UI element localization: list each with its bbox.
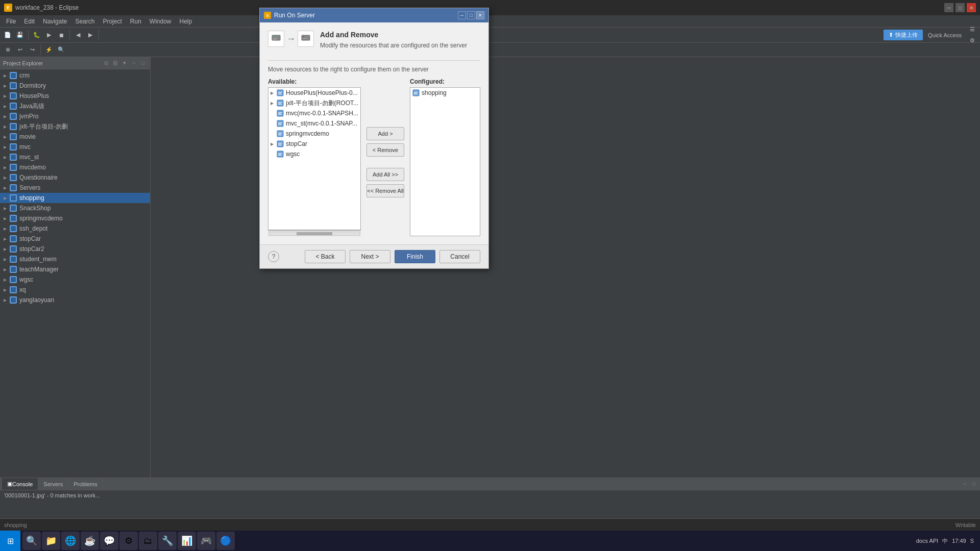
dialog-maximize-button[interactable]: □	[467, 11, 475, 19]
tree-item-jvmpro[interactable]: ▶jvmPro	[0, 111, 150, 121]
menu-run[interactable]: Run	[126, 15, 145, 27]
available-list[interactable]: ▶HousePlus(HousePlus-0...▶jxlt-平台项目-勿删(R…	[268, 87, 361, 230]
bottom-panel-minimize[interactable]: ─	[961, 480, 969, 488]
tree-item-servers[interactable]: ▶Servers	[0, 183, 150, 193]
taskbar-chrome[interactable]: 🌐	[61, 532, 80, 550]
menu-navigate[interactable]: Navigate	[39, 15, 71, 27]
stop-button[interactable]: ⏹	[56, 30, 67, 41]
collapse-all-button[interactable]: ⊟	[102, 59, 110, 67]
taskbar-browser2[interactable]: 🔵	[216, 532, 235, 550]
panel-menu-button[interactable]: ▼	[120, 59, 129, 67]
finish-button[interactable]: Finish	[395, 250, 435, 263]
panel-minimize-button[interactable]: ─	[130, 59, 138, 67]
configured-item[interactable]: shopping	[410, 88, 480, 98]
scrollbar-track[interactable]	[269, 232, 360, 236]
debug-button[interactable]: 🐛	[31, 30, 42, 41]
tree-item-xq[interactable]: ▶xq	[0, 285, 150, 295]
available-item[interactable]: ▶stopCar	[268, 139, 360, 149]
tree-item-mvc-st[interactable]: ▶mvc_st	[0, 152, 150, 162]
tree-item-jxlt--------[interactable]: ▶jxlt-平台项目-勿删	[0, 121, 150, 132]
available-item[interactable]: ▶jxlt-平台项目-勿删(ROOT...	[268, 98, 360, 108]
available-item[interactable]: mvc(mvc-0.0.1-SNAPSH...	[268, 108, 360, 118]
toolbar2-btn1[interactable]: ⊕	[2, 44, 13, 56]
taskbar-tool3[interactable]: 🎮	[197, 532, 215, 550]
remove-all-button[interactable]: << Remove All	[366, 184, 404, 197]
help-button[interactable]: ?	[268, 251, 279, 262]
toolbar2-btn3[interactable]: ↪	[27, 44, 38, 56]
tree-item-ssh-depot[interactable]: ▶ssh_depot	[0, 223, 150, 234]
taskbar-search[interactable]: 🔍	[22, 532, 41, 550]
tree-item-teachmanager[interactable]: ▶teachManager	[0, 264, 150, 274]
taskbar-tool2[interactable]: 📊	[178, 532, 196, 550]
taskbar-eclipse[interactable]: ☕	[81, 532, 99, 550]
tree-item-student-mem[interactable]: ▶student_mem	[0, 254, 150, 264]
taskbar-settings[interactable]: ⚙	[119, 532, 138, 550]
configured-list[interactable]: shopping	[410, 87, 480, 236]
cancel-button[interactable]: Cancel	[439, 250, 480, 263]
tree-item-shopping[interactable]: ▶shopping	[0, 193, 150, 203]
taskbar-tool1[interactable]: 🔧	[158, 532, 177, 550]
dialog-close-button[interactable]: ✕	[476, 11, 484, 19]
tab-servers[interactable]: Servers	[38, 478, 68, 490]
tree-item-movie[interactable]: ▶movie	[0, 132, 150, 142]
taskbar-file-explorer[interactable]: 📁	[42, 532, 60, 550]
save-button[interactable]: 💾	[14, 30, 26, 41]
run-button[interactable]: ▶	[43, 30, 55, 41]
perspective-debug[interactable]: ⚙	[967, 35, 978, 46]
toolbar2-btn5[interactable]: 🔍	[56, 44, 67, 56]
tree-item-label: springmvcdemo	[19, 215, 63, 222]
quick-upload-button[interactable]: ⬆ 快捷上传	[884, 30, 923, 40]
back-button[interactable]: ◀	[72, 30, 84, 41]
forward-button[interactable]: ▶	[85, 30, 96, 41]
tree-item-arrow: ▶	[2, 164, 8, 170]
tree-item-wgsc[interactable]: ▶wgsc	[0, 274, 150, 285]
tree-item-label: movie	[19, 133, 36, 140]
minimize-button[interactable]: ─	[944, 3, 953, 12]
available-item[interactable]: ▶HousePlus(HousePlus-0...	[268, 88, 360, 98]
taskbar-files[interactable]: 🗂	[139, 532, 157, 550]
link-button[interactable]: ⛓	[111, 59, 119, 67]
bottom-panel-maximize[interactable]: □	[970, 480, 978, 488]
back-button[interactable]: < Back	[305, 250, 346, 263]
tab-problems[interactable]: Problems	[68, 478, 103, 490]
dialog-icon: S	[264, 12, 271, 19]
dialog-minimize-button[interactable]: ─	[458, 11, 466, 19]
menu-search[interactable]: Search	[71, 15, 99, 27]
available-scrollbar[interactable]	[268, 230, 361, 236]
tree-item-dormitory[interactable]: ▶Dormitory	[0, 81, 150, 91]
tree-item-springmvcdemo[interactable]: ▶springmvcdemo	[0, 213, 150, 223]
tree-item-yanglaoyuan[interactable]: ▶yanglaoyuan	[0, 295, 150, 305]
add-all-button[interactable]: Add All >>	[366, 168, 404, 181]
tree-item-crm[interactable]: ▶crm	[0, 70, 150, 81]
tree-item-mvc[interactable]: ▶mvc	[0, 142, 150, 152]
available-item[interactable]: springmvcdemo	[268, 129, 360, 139]
next-button[interactable]: Next >	[350, 250, 390, 263]
toolbar2-btn2[interactable]: ↩	[14, 44, 26, 56]
perspective-java[interactable]: ☰	[967, 24, 978, 35]
start-button[interactable]: ⊞	[0, 531, 20, 551]
menu-window[interactable]: Window	[145, 15, 176, 27]
svg-rect-20	[278, 122, 282, 123]
taskbar-wechat[interactable]: 💬	[100, 532, 118, 550]
tree-item-stopcar[interactable]: ▶stopCar	[0, 234, 150, 244]
new-button[interactable]: 📄	[2, 30, 13, 41]
toolbar2-btn4[interactable]: ⚡	[43, 44, 55, 56]
tree-item-stopcar2[interactable]: ▶stopCar2	[0, 244, 150, 254]
tree-item-questionnaire[interactable]: ▶Questionnaire	[0, 172, 150, 183]
tree-item-snackshop[interactable]: ▶SnackShop	[0, 203, 150, 213]
tab-console[interactable]: ▣ Console	[2, 478, 38, 490]
maximize-button[interactable]: □	[955, 3, 965, 12]
add-button[interactable]: Add >	[366, 127, 404, 140]
tree-item-houseplus[interactable]: ▶HousePlus	[0, 91, 150, 101]
available-item[interactable]: wgsc	[268, 149, 360, 159]
menu-project[interactable]: Project	[99, 15, 126, 27]
tree-item-java--[interactable]: ▶Java高级	[0, 101, 150, 111]
menu-edit[interactable]: Edit	[20, 15, 39, 27]
panel-maximize-button[interactable]: □	[139, 59, 147, 67]
remove-button[interactable]: < Remove	[366, 143, 404, 157]
menu-file[interactable]: File	[2, 15, 20, 27]
menu-help[interactable]: Help	[176, 15, 197, 27]
close-button[interactable]: ✕	[967, 3, 976, 12]
available-item[interactable]: mvc_st(mvc-0.0.1-SNAP...	[268, 118, 360, 129]
tree-item-mvcdemo[interactable]: ▶mvcdemo	[0, 162, 150, 172]
